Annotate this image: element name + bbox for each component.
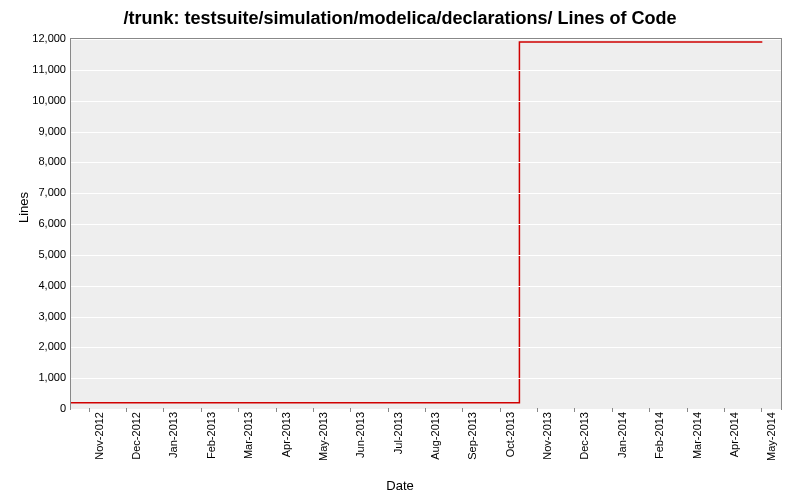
x-tick-mark <box>500 408 501 412</box>
grid-line <box>71 162 781 163</box>
x-tick-label: Feb-2014 <box>653 412 665 459</box>
x-tick-label: Mar-2014 <box>691 412 703 459</box>
grid-line <box>71 255 781 256</box>
x-tick-mark <box>388 408 389 412</box>
x-tick-label: Sep-2013 <box>466 412 478 460</box>
chart-title: /trunk: testsuite/simulation/modelica/de… <box>0 0 800 29</box>
y-tick-label: 10,000 <box>6 94 66 106</box>
grid-line <box>71 39 781 40</box>
x-tick-mark <box>687 408 688 412</box>
x-tick-mark <box>574 408 575 412</box>
grid-line <box>71 193 781 194</box>
x-tick-mark <box>126 408 127 412</box>
x-tick-label: Apr-2014 <box>728 412 740 457</box>
grid-line <box>71 347 781 348</box>
x-tick-label: Jan-2014 <box>616 412 628 458</box>
x-tick-label: Feb-2013 <box>205 412 217 459</box>
y-tick-label: 12,000 <box>6 32 66 44</box>
x-tick-mark <box>238 408 239 412</box>
y-tick-label: 4,000 <box>6 279 66 291</box>
x-tick-mark <box>761 408 762 412</box>
x-tick-mark <box>350 408 351 412</box>
grid-line <box>71 378 781 379</box>
x-tick-label: Aug-2013 <box>429 412 441 460</box>
x-tick-mark <box>163 408 164 412</box>
x-tick-label: Nov-2013 <box>541 412 553 460</box>
x-tick-mark <box>649 408 650 412</box>
y-tick-label: 7,000 <box>6 186 66 198</box>
x-tick-label: May-2013 <box>317 412 329 461</box>
x-tick-mark <box>724 408 725 412</box>
grid-line <box>71 409 781 410</box>
grid-line <box>71 317 781 318</box>
x-tick-mark <box>462 408 463 412</box>
y-tick-label: 5,000 <box>6 248 66 260</box>
x-tick-mark <box>313 408 314 412</box>
x-tick-label: Jun-2013 <box>354 412 366 458</box>
y-tick-label: 6,000 <box>6 217 66 229</box>
chart-container: /trunk: testsuite/simulation/modelica/de… <box>0 0 800 500</box>
x-tick-mark <box>425 408 426 412</box>
x-tick-mark <box>537 408 538 412</box>
grid-line <box>71 286 781 287</box>
y-tick-label: 0 <box>6 402 66 414</box>
y-tick-label: 9,000 <box>6 125 66 137</box>
y-tick-label: 2,000 <box>6 340 66 352</box>
x-axis-label: Date <box>0 478 800 493</box>
x-tick-label: Dec-2012 <box>130 412 142 460</box>
plot-area <box>70 38 782 410</box>
x-tick-label: Apr-2013 <box>280 412 292 457</box>
x-tick-label: Oct-2013 <box>504 412 516 457</box>
x-tick-label: Jul-2013 <box>392 412 404 454</box>
grid-line <box>71 70 781 71</box>
x-tick-label: May-2014 <box>765 412 777 461</box>
x-tick-mark <box>612 408 613 412</box>
x-tick-mark <box>276 408 277 412</box>
y-tick-label: 1,000 <box>6 371 66 383</box>
x-tick-label: Jan-2013 <box>167 412 179 458</box>
grid-line <box>71 101 781 102</box>
x-tick-mark <box>89 408 90 412</box>
grid-line <box>71 132 781 133</box>
y-tick-label: 11,000 <box>6 63 66 75</box>
x-tick-mark <box>201 408 202 412</box>
x-tick-label: Mar-2013 <box>242 412 254 459</box>
y-tick-label: 3,000 <box>6 310 66 322</box>
x-tick-label: Nov-2012 <box>93 412 105 460</box>
grid-line <box>71 224 781 225</box>
y-tick-label: 8,000 <box>6 155 66 167</box>
x-tick-label: Dec-2013 <box>578 412 590 460</box>
